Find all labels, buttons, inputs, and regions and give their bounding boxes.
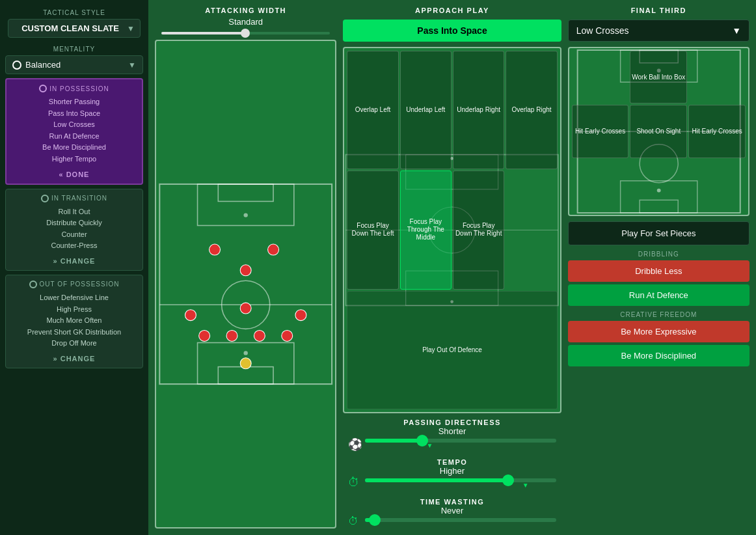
approach-play-column: APPROACH PLAY Pass Into Space Overlap Le…	[343, 7, 561, 528]
approach-play-title: APPROACH PLAY	[415, 7, 489, 14]
final-options: Work Ball Into Box Hit Early Crosses Sho…	[569, 48, 748, 215]
final-option-empty-tl	[572, 51, 629, 103]
set-pieces-button[interactable]: Play For Set Pieces	[568, 221, 749, 245]
tactical-style-dropdown[interactable]: CUSTOM CLEAN SLATE ▼	[8, 19, 141, 38]
svg-point-13	[185, 310, 196, 321]
focus-play-left-option[interactable]: Focus Play Down The Left	[347, 171, 398, 289]
mentality-chevron-icon: ▼	[128, 61, 136, 70]
list-item: Distribute Quickly	[11, 217, 137, 229]
time-wasting-slider[interactable]: ⏱	[345, 518, 558, 528]
overlap-left-option[interactable]: Overlap Left	[347, 51, 398, 169]
out-change-arrows-icon: »	[53, 355, 58, 363]
passing-directness-value: Shorter	[439, 426, 466, 436]
list-item: Lower Defensive Line	[11, 292, 137, 304]
done-arrows-icon: «	[59, 171, 64, 178]
approach-pitch: Overlap Left Underlap Left Underlap Righ…	[343, 47, 561, 413]
passing-fill	[365, 439, 422, 443]
hit-early-crosses-right-option[interactable]: Hit Early Crosses	[688, 105, 746, 158]
out-of-possession-title: OUT OF POSSESSION	[11, 281, 137, 288]
in-possession-title: IN POSSESSION	[12, 85, 137, 92]
underlap-right-option[interactable]: Underlap Right	[453, 51, 504, 169]
play-out-defence-option[interactable]: Play Out Of Defence	[347, 291, 557, 409]
in-transition-title: IN TRANSITION	[11, 195, 137, 202]
mentality-label: MENTALITY	[5, 46, 143, 53]
mentality-icon	[12, 61, 21, 70]
time-wasting-thumb[interactable]	[369, 514, 381, 526]
time-wasting-track	[365, 518, 556, 522]
out-icon	[29, 281, 37, 288]
svg-point-16	[199, 330, 210, 341]
list-item: Higher Tempo	[12, 154, 137, 165]
list-item: Run At Defence	[12, 131, 137, 143]
tempo-slider[interactable]: ⏱ ▼	[345, 478, 558, 489]
in-transition-panel: IN TRANSITION Roll It Out Distribute Qui…	[5, 189, 143, 271]
slider-thumb[interactable]	[241, 29, 250, 38]
list-item: Counter	[11, 229, 137, 241]
tempo-thumb[interactable]	[502, 474, 514, 486]
passing-track	[365, 439, 556, 443]
change-arrows-icon: »	[53, 257, 58, 265]
final-option-empty-tr	[688, 51, 746, 103]
work-ball-option[interactable]: Work Ball Into Box	[630, 51, 687, 103]
football-pitch	[155, 40, 336, 528]
attacking-width-slider[interactable]	[155, 32, 336, 34]
svg-point-11	[268, 244, 279, 255]
chevron-down-icon: ▼	[127, 24, 135, 33]
final-third-dropdown[interactable]: Low Crosses ▼	[568, 20, 749, 42]
done-button[interactable]: « DONE	[12, 171, 137, 178]
underlap-left-option[interactable]: Underlap Left	[400, 51, 452, 169]
focus-play-middle-option[interactable]: Focus Play Through The Middle	[400, 171, 452, 289]
list-item: Roll It Out	[11, 206, 137, 218]
final-option-empty-bc	[630, 159, 687, 212]
sliders-section: PASSING DIRECTNESS Shorter ⚽ ▼ TEMPO Hig…	[343, 418, 561, 528]
final-third-column: FINAL THIRD Low Crosses ▼	[568, 7, 749, 528]
tempo-group: TEMPO Higher ⏱ ▼	[345, 458, 558, 489]
hit-early-crosses-left-option[interactable]: Hit Early Crosses	[572, 105, 629, 158]
dribble-less-button[interactable]: Dribble Less	[568, 260, 749, 282]
out-change-button[interactable]: » CHANGE	[11, 355, 137, 363]
svg-point-19	[282, 330, 293, 341]
svg-point-10	[209, 244, 221, 255]
mentality-dropdown[interactable]: Balanced ▼	[5, 55, 143, 74]
tactical-style-header: TACTICAL STYLE CUSTOM CLEAN SLATE ▼	[5, 5, 143, 42]
attacking-width-value: Standard	[228, 17, 263, 27]
shoot-on-sight-option[interactable]: Shoot On Sight	[630, 105, 687, 158]
svg-point-9	[244, 351, 248, 355]
final-option-empty-br	[688, 159, 746, 212]
tactical-style-label: TACTICAL STYLE	[8, 9, 141, 16]
svg-rect-5	[218, 184, 273, 201]
list-item: Be More Disciplined	[12, 142, 137, 154]
tempo-icon: ⏱	[348, 476, 360, 489]
tempo-fill	[365, 478, 508, 482]
passing-directness-title: PASSING DIRECTNESS	[403, 418, 501, 426]
main-area: ATTACKING WIDTH Standard	[148, 0, 756, 535]
list-item: Prevent Short GK Distribution	[11, 327, 137, 338]
pitch-container	[155, 40, 336, 528]
creative-freedom-section: CREATIVE FREEDOM Be More Expressive Be M…	[568, 311, 749, 366]
tempo-title: TEMPO	[437, 458, 468, 466]
passing-directness-slider[interactable]: ⚽ ▼	[345, 439, 558, 449]
svg-point-14	[295, 310, 306, 321]
focus-play-right-option[interactable]: Focus Play Down The Right	[453, 171, 504, 289]
list-item: Low Crosses	[12, 119, 137, 131]
in-possession-panel[interactable]: IN POSSESSION Shorter Passing Pass Into …	[5, 78, 143, 185]
transition-change-button[interactable]: » CHANGE	[11, 257, 137, 265]
slider-fill	[161, 32, 246, 34]
time-wasting-title: TIME WASTING	[420, 498, 485, 506]
be-more-disciplined-button[interactable]: Be More Disciplined	[568, 345, 749, 366]
list-item: Drop Off More	[11, 338, 137, 350]
time-wasting-group: TIME WASTING Never ⏱	[345, 498, 558, 528]
be-more-expressive-button[interactable]: Be More Expressive	[568, 321, 749, 342]
svg-point-12	[240, 265, 251, 276]
svg-point-8	[244, 213, 248, 217]
creative-freedom-label: CREATIVE FREEDOM	[568, 311, 749, 318]
final-third-chevron-icon: ▼	[732, 25, 741, 36]
tempo-arrow: ▼	[522, 482, 529, 489]
sidebar: TACTICAL STYLE CUSTOM CLEAN SLATE ▼ MENT…	[0, 0, 148, 535]
run-at-defence-button[interactable]: Run At Defence	[568, 284, 749, 306]
tempo-value: Higher	[440, 466, 465, 476]
list-item: Counter-Press	[11, 240, 137, 252]
approach-play-selected[interactable]: Pass Into Space	[343, 20, 561, 42]
overlap-right-option[interactable]: Overlap Right	[506, 51, 557, 169]
slider-track	[161, 32, 330, 34]
